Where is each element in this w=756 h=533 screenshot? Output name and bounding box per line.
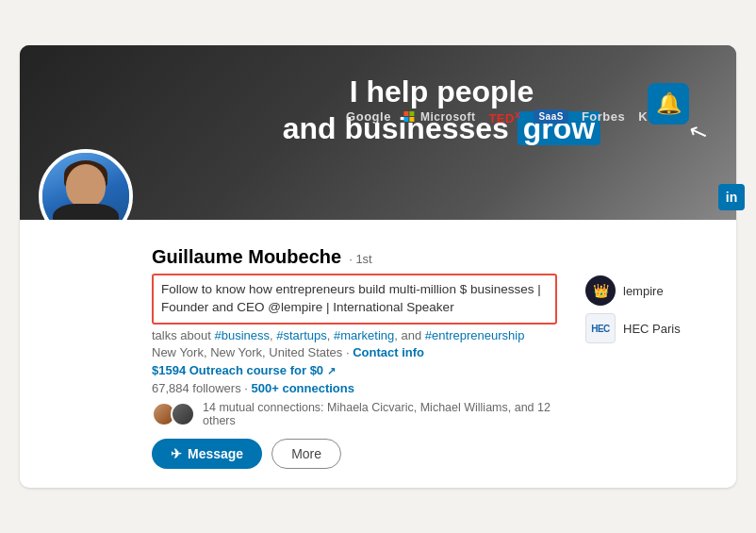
hashtag-startups: #startups: [276, 328, 326, 342]
linkedin-badge: in: [718, 184, 736, 210]
mutual-connections-text: 14 mutual connections: Mihaela Cicvaric,…: [203, 401, 567, 427]
profile-location: New York, New York, United States · Cont…: [152, 345, 567, 359]
company-item-lempire[interactable]: 👑 lempire: [585, 275, 717, 306]
hashtag-business: #business: [215, 328, 271, 342]
action-buttons: ✈ Message More: [152, 439, 567, 469]
message-button[interactable]: ✈ Message: [152, 439, 262, 469]
forbes-logo: Forbes: [582, 109, 625, 124]
saas-logo: SaaS: [534, 109, 567, 124]
profile-name-row: Guillaume Moubeche · 1st: [152, 246, 717, 268]
company-item-hec[interactable]: HEC HEC Paris: [585, 313, 717, 343]
avatar-image: [42, 153, 129, 220]
bell-icon-block: 🔔: [648, 83, 689, 125]
lempire-logo: 👑: [585, 275, 616, 306]
mutual-connections-row: 14 mutual connections: Mihaela Cicvaric,…: [152, 401, 567, 427]
more-button[interactable]: More: [271, 439, 341, 469]
external-link-icon: ↗: [327, 365, 336, 376]
profile-name: Guillaume Moubeche: [152, 246, 341, 268]
profile-content: Guillaume Moubeche · 1st Follow to know …: [20, 220, 736, 488]
hec-logo: HEC: [585, 313, 616, 343]
profile-banner: I help people and businesses grow Google…: [20, 45, 736, 220]
tedx-logo: TEDx: [488, 108, 520, 125]
brand-logos-row: Google Microsoft TEDx SaaS Forbes Konbin…: [346, 108, 687, 125]
send-icon: ✈: [171, 446, 182, 461]
course-link[interactable]: $1594 Outreach course for $0 ↗: [152, 363, 567, 377]
contact-info-link[interactable]: Contact info: [353, 345, 424, 359]
microsoft-logo: Microsoft: [420, 110, 476, 124]
profile-left-column: Follow to know how entrepreneurs build m…: [152, 274, 567, 469]
mutual-avatars: [152, 402, 195, 426]
avatar-body: [53, 204, 119, 220]
profile-topics: talks about #business, #startups, #marke…: [152, 328, 567, 342]
google-logo: Google: [346, 109, 391, 124]
mutual-avatar-2: [171, 402, 195, 426]
company-name-hec: HEC Paris: [623, 322, 681, 336]
bell-icon: 🔔: [656, 92, 682, 116]
avatar-head: [66, 164, 106, 208]
notification-bell-container: 🔔: [648, 83, 689, 125]
connections-link[interactable]: 500+ connections: [252, 381, 354, 395]
company-name-lempire: lempire: [623, 284, 664, 298]
profile-right-column: 👑 lempire HEC HEC Paris: [585, 274, 717, 469]
profile-stats: 67,884 followers · 500+ connections: [152, 381, 567, 395]
hashtag-entrepreneurship: #entrepreneurship: [425, 328, 525, 342]
hashtag-marketing: #marketing: [334, 328, 394, 342]
microsoft-squares-icon: [404, 111, 416, 123]
profile-headline: Follow to know how entrepreneurs build m…: [152, 274, 557, 325]
profile-main: Follow to know how entrepreneurs build m…: [152, 274, 717, 469]
banner-text: I help people and businesses grow Google…: [283, 74, 600, 146]
avatar: [39, 149, 133, 220]
connection-degree: · 1st: [349, 252, 372, 266]
profile-card: I help people and businesses grow Google…: [20, 45, 736, 488]
